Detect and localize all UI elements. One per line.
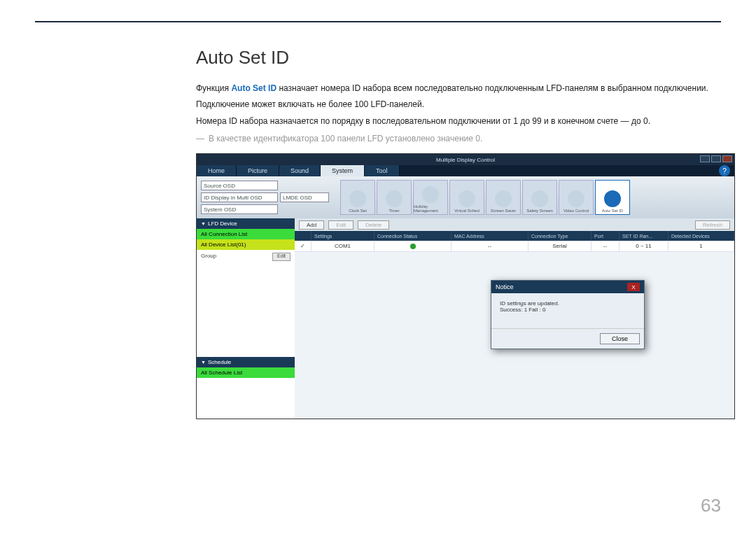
safety-screen-icon[interactable]: Safety Screen bbox=[522, 180, 557, 215]
cell-type: Serial bbox=[528, 241, 592, 252]
lmde-select[interactable]: LMDE OSD bbox=[280, 192, 329, 202]
id-display-select[interactable]: ID Display in Multi OSD bbox=[201, 192, 278, 202]
schedule-header[interactable]: ▼Schedule bbox=[197, 357, 295, 367]
sidebar-spacer bbox=[197, 307, 295, 358]
status-dot-icon bbox=[410, 244, 416, 249]
clock-set-icon[interactable]: Clock Set bbox=[340, 180, 375, 215]
ribbon: Source OSD ID Display in Multi OSD LMDE … bbox=[197, 176, 734, 218]
dialog-line1: ID settings are updated. bbox=[500, 300, 636, 307]
sidebar: ▼LFD Device All Connection List All Devi… bbox=[197, 218, 295, 419]
holiday-icon[interactable]: Holiday Management bbox=[413, 180, 448, 215]
dialog-close-icon[interactable]: X bbox=[627, 283, 640, 291]
source-osd-select[interactable]: Source OSD bbox=[201, 181, 278, 190]
dialog-line2: Success: 1 Fail : 0 bbox=[500, 307, 636, 313]
tab-tool[interactable]: Tool bbox=[365, 165, 400, 176]
cell-range: 0 ~ 11 bbox=[620, 241, 668, 252]
cell-check[interactable]: ✓ bbox=[295, 241, 312, 252]
close-button[interactable] bbox=[722, 155, 732, 162]
refresh-button[interactable]: Refresh bbox=[695, 220, 730, 230]
dialog-titlebar: Notice X bbox=[491, 281, 644, 293]
top-divider bbox=[35, 21, 721, 22]
col-check bbox=[295, 231, 312, 241]
tab-home[interactable]: Home bbox=[197, 165, 237, 176]
feature-name: Auto Set ID bbox=[231, 83, 276, 93]
auto-set-id-icon[interactable]: Auto Set ID bbox=[595, 180, 630, 215]
group-row[interactable]: Group Edit bbox=[197, 250, 295, 307]
text: назначает номера ID набора всем последов… bbox=[276, 83, 708, 93]
all-schedule-list[interactable]: All Schedule List bbox=[197, 367, 295, 378]
group-label: Group bbox=[201, 253, 216, 304]
paragraph-2: Подключение может включать не более 100 … bbox=[196, 97, 714, 111]
screen-saver-icon[interactable]: Screen Saver bbox=[486, 180, 521, 215]
dialog-footer: Close bbox=[491, 328, 644, 349]
app-body: ▼LFD Device All Connection List All Devi… bbox=[197, 218, 734, 419]
dialog-close-button[interactable]: Close bbox=[600, 333, 640, 344]
table-header: Settings Connection Status MAC Address C… bbox=[295, 231, 734, 241]
page-number: 63 bbox=[701, 495, 721, 517]
chevron-down-icon: ▼ bbox=[201, 221, 206, 226]
title-bar: Multiple Display Control bbox=[197, 154, 734, 165]
all-connection-list[interactable]: All Connection List bbox=[197, 229, 295, 239]
virtual-sched-icon[interactable]: Virtual Sched bbox=[449, 180, 484, 215]
edit-button[interactable]: Edit bbox=[328, 220, 354, 230]
app-screenshot: Multiple Display Control Home Picture So… bbox=[196, 153, 735, 419]
ribbon-icons: Clock Set Timer Holiday Management Virtu… bbox=[340, 180, 630, 215]
col-mac: MAC Address bbox=[451, 231, 528, 241]
window-controls bbox=[700, 155, 732, 162]
app-title: Multiple Display Control bbox=[436, 157, 495, 163]
lfd-device-header[interactable]: ▼LFD Device bbox=[197, 218, 295, 229]
text: Функция bbox=[196, 83, 231, 93]
cell-mac: -- bbox=[451, 241, 528, 252]
maximize-button[interactable] bbox=[711, 155, 721, 162]
sub-toolbar: Add Edit Delete Refresh bbox=[295, 218, 734, 231]
paragraph-1: Функция Auto Set ID назначает номера ID … bbox=[196, 81, 714, 95]
help-icon[interactable]: ? bbox=[719, 165, 730, 176]
cell-settings: COM1 bbox=[312, 241, 374, 252]
col-port: Port bbox=[592, 231, 620, 241]
video-control-icon[interactable]: Video Control bbox=[559, 180, 594, 215]
ribbon-selects: Source OSD ID Display in Multi OSD LMDE … bbox=[201, 181, 329, 214]
note: В качестве идентификатора 100 панели LFD… bbox=[209, 134, 714, 143]
tab-sound[interactable]: Sound bbox=[279, 165, 321, 176]
system-osd-select[interactable]: System OSD bbox=[201, 204, 278, 214]
dialog-title: Notice bbox=[496, 283, 514, 290]
timer-icon[interactable]: Timer bbox=[377, 180, 412, 215]
cell-port: -- bbox=[592, 241, 620, 252]
cell-detected: 1 bbox=[668, 241, 734, 252]
add-button[interactable]: Add bbox=[299, 220, 324, 230]
col-settings: Settings bbox=[312, 231, 374, 241]
table-row[interactable]: ✓ COM1 -- Serial -- 0 ~ 11 1 bbox=[295, 241, 734, 252]
cell-status bbox=[374, 241, 451, 252]
paragraph-3: Номера ID набора назначается по порядку … bbox=[196, 114, 714, 128]
chevron-down-icon: ▼ bbox=[201, 360, 206, 365]
col-range: SET ID Ran... bbox=[620, 231, 668, 241]
col-status: Connection Status bbox=[374, 231, 451, 241]
col-detected: Detected Devices bbox=[668, 231, 734, 241]
tab-picture[interactable]: Picture bbox=[237, 165, 279, 176]
all-device-list[interactable]: All Device List(01) bbox=[197, 239, 295, 250]
edit-button[interactable]: Edit bbox=[272, 253, 290, 261]
sidebar-bottom bbox=[197, 378, 295, 419]
minimize-button[interactable] bbox=[700, 155, 710, 162]
tab-bar: Home Picture Sound System Tool ? bbox=[197, 165, 734, 176]
tab-system[interactable]: System bbox=[321, 165, 365, 176]
col-type: Connection Type bbox=[528, 231, 592, 241]
delete-button[interactable]: Delete bbox=[358, 220, 389, 230]
page-heading: Auto Set ID bbox=[196, 47, 714, 69]
notice-dialog: Notice X ID settings are updated. Succes… bbox=[491, 280, 645, 349]
dialog-body: ID settings are updated. Success: 1 Fail… bbox=[491, 293, 644, 328]
